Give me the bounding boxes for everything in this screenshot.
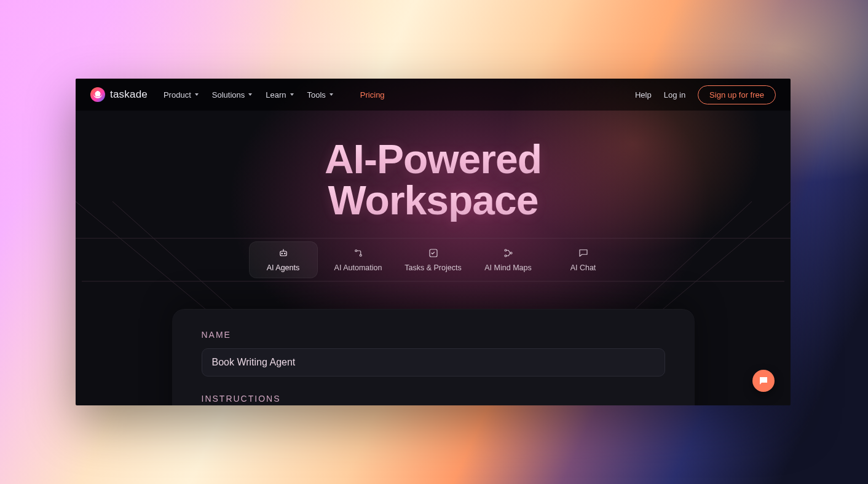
nav-product[interactable]: Product [164, 90, 199, 100]
tab-ai-agents[interactable]: AI Agents [249, 241, 318, 278]
mindmap-icon [503, 248, 514, 259]
tab-tasks-projects[interactable]: Tasks & Projects [399, 241, 468, 278]
page-backdrop: taskade Product Solutions Learn Tools [0, 0, 868, 484]
support-chat-button[interactable] [752, 370, 775, 392]
site-header: taskade Product Solutions Learn Tools [76, 79, 791, 111]
hero: AI-Powered Workspace [76, 111, 791, 222]
nav-solutions[interactable]: Solutions [212, 90, 252, 100]
tab-label: AI Chat [570, 263, 596, 272]
svg-rect-6 [280, 251, 286, 256]
tab-label: Tasks & Projects [404, 263, 461, 272]
brand-logo-icon [90, 87, 105, 102]
brand-logo[interactable]: taskade [90, 87, 148, 102]
tab-ai-automation[interactable]: AI Automation [324, 241, 393, 278]
agent-form-card: NAME INSTRUCTIONS [172, 309, 695, 405]
nav-learn-label: Learn [266, 90, 286, 100]
chat-icon [578, 248, 589, 259]
chevron-down-icon [290, 93, 294, 96]
agent-name-input[interactable] [202, 348, 665, 377]
feature-tabs: AI Agents AI Automation Tasks & Projects… [76, 241, 791, 278]
tab-mind-maps[interactable]: AI Mind Maps [474, 241, 543, 278]
tasks-icon [428, 248, 439, 259]
signup-button[interactable]: Sign up for free [698, 85, 776, 104]
svg-point-8 [284, 253, 285, 254]
nav-solutions-label: Solutions [212, 90, 245, 100]
login-link[interactable]: Log in [664, 90, 685, 100]
hero-title-line1: AI-Powered [76, 139, 791, 180]
app-window: taskade Product Solutions Learn Tools [76, 79, 791, 405]
tab-label: AI Agents [267, 263, 300, 272]
automation-icon [353, 248, 364, 259]
nav-product-label: Product [164, 90, 191, 100]
nav-tools-label: Tools [307, 90, 326, 100]
nav-tools[interactable]: Tools [307, 90, 333, 100]
tab-label: AI Mind Maps [484, 263, 531, 272]
help-link[interactable]: Help [635, 90, 652, 100]
robot-icon [278, 248, 289, 259]
tab-ai-chat[interactable]: AI Chat [549, 241, 618, 278]
name-field-label: NAME [202, 330, 665, 340]
brand-name: taskade [110, 88, 148, 101]
tab-label: AI Automation [334, 263, 382, 272]
hero-title-line2: Workspace [76, 180, 791, 221]
chevron-down-icon [248, 93, 252, 96]
primary-nav: Product Solutions Learn Tools Pricing [164, 90, 385, 100]
instructions-field-label: INSTRUCTIONS [202, 394, 665, 404]
svg-point-7 [282, 253, 283, 254]
header-right: Help Log in Sign up for free [635, 85, 776, 104]
chevron-down-icon [329, 93, 333, 96]
chat-bubble-icon [758, 375, 769, 386]
nav-learn[interactable]: Learn [266, 90, 293, 100]
chevron-down-icon [195, 93, 199, 96]
nav-pricing[interactable]: Pricing [360, 90, 385, 100]
